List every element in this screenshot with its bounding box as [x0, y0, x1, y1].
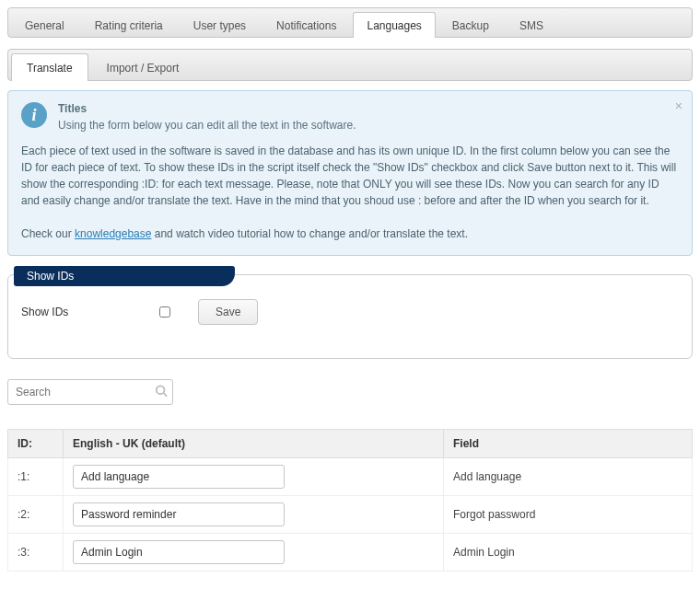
info-body-footer: Check our knowledgebase and watch video …	[21, 225, 679, 242]
save-button[interactable]: Save	[198, 299, 258, 325]
cell-field: Forgot password	[444, 496, 693, 534]
tab-backup[interactable]: Backup	[438, 12, 503, 38]
fieldset-legend: Show IDs	[14, 266, 235, 286]
tab-rating-criteria[interactable]: Rating criteria	[81, 12, 177, 38]
info-subtitle: Using the form below you can edit all th…	[58, 117, 356, 133]
info-title: Titles	[58, 100, 356, 117]
col-header-lang: English - UK (default)	[64, 430, 444, 458]
translation-input[interactable]	[73, 465, 285, 489]
table-row: :1: Add language	[8, 458, 693, 496]
tab-notifications[interactable]: Notifications	[262, 12, 350, 38]
cell-id: :1:	[8, 458, 64, 496]
translation-input[interactable]	[73, 502, 285, 526]
show-ids-checkbox[interactable]	[159, 306, 170, 318]
close-icon[interactable]: ×	[675, 97, 682, 116]
cell-id: :2:	[8, 496, 64, 534]
show-ids-label: Show IDs	[21, 306, 159, 318]
tab-languages[interactable]: Languages	[353, 12, 435, 38]
table-row: :3: Admin Login	[8, 534, 693, 572]
info-body: Each piece of text used in the software …	[21, 143, 679, 209]
col-header-id: ID:	[8, 430, 64, 458]
subtab-import-export[interactable]: Import / Export	[91, 53, 195, 81]
knowledgebase-link[interactable]: knowledgebase	[75, 227, 151, 240]
info-icon: i	[21, 102, 47, 128]
info-footer-pre: Check our	[21, 227, 75, 240]
translations-table: ID: English - UK (default) Field :1: Add…	[7, 429, 693, 572]
translation-input[interactable]	[73, 540, 285, 564]
subtab-translate[interactable]: Translate	[11, 53, 88, 81]
info-panel: × i Titles Using the form below you can …	[7, 90, 693, 256]
tab-user-types[interactable]: User types	[180, 12, 260, 38]
tab-general[interactable]: General	[11, 12, 78, 38]
search-input[interactable]	[7, 379, 173, 405]
cell-id: :3:	[8, 534, 64, 572]
info-footer-post: and watch video tutorial how to change a…	[151, 227, 468, 240]
tab-sms[interactable]: SMS	[506, 12, 557, 38]
sub-tabbar: Translate Import / Export	[7, 49, 693, 81]
top-tabbar: General Rating criteria User types Notif…	[7, 7, 693, 38]
show-ids-fieldset: Show IDs Show IDs Save	[7, 274, 693, 359]
cell-field: Add language	[444, 458, 693, 496]
table-row: :2: Forgot password	[8, 496, 693, 534]
col-header-field: Field	[444, 430, 693, 458]
cell-field: Admin Login	[444, 534, 693, 572]
search-wrap	[7, 379, 173, 405]
